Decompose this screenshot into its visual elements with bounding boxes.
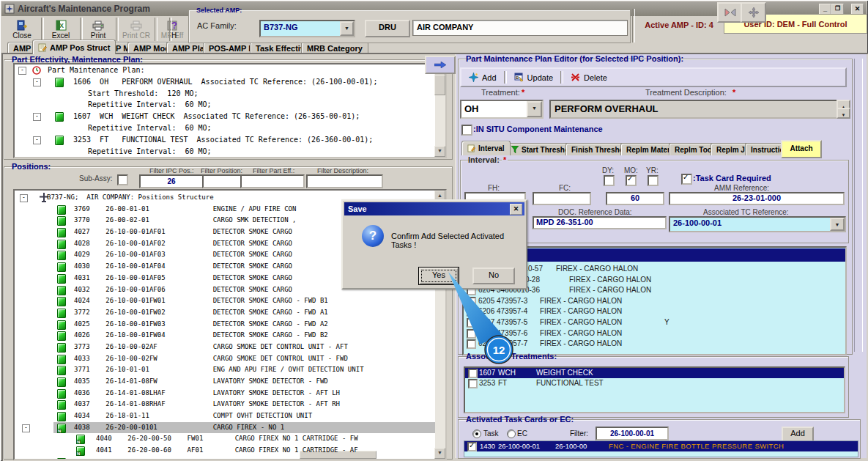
treatments-list[interactable]: 1607WCHWEIGHT CHECK3253FTFUNCTIONAL TEST: [464, 366, 845, 413]
position-row[interactable]: 3773 26-10-00-02AF CARGO SMOKE DET CONTR…: [15, 342, 445, 353]
associated-tc-combobox[interactable]: 26-100-00-01 ▼: [669, 216, 846, 232]
task-list[interactable]: 143026-100-00-0126-100-00FNC - ENGINE FI…: [464, 440, 858, 457]
firex-row[interactable]: 6207473957-5FIREX - CARGO HALONY: [464, 317, 845, 328]
ac-family-combobox[interactable]: B737-NG ▼: [259, 20, 355, 37]
treatment-checkbox[interactable]: [468, 369, 478, 378]
ec-radio[interactable]: [507, 429, 516, 438]
position-row[interactable]: 4035 26-14-01-08FW LAVATORY SMOKE DETECT…: [15, 376, 445, 388]
position-row[interactable]: 4036 26-14-01-08LHAF LAVATORY SMOKE DETE…: [15, 388, 445, 399]
position-row[interactable]: 3772 26-10-00-01FW02 DETECTOR SMOKE CARG…: [15, 307, 445, 319]
print-cr-button[interactable]: Print CR: [119, 18, 153, 42]
ac-family-dropdown-button[interactable]: ▼: [340, 21, 354, 36]
close-window-button[interactable]: ✕: [851, 4, 864, 15]
collapse-panel-button[interactable]: [425, 56, 456, 74]
expander-icon[interactable]: -: [22, 424, 30, 432]
dialog-close-button[interactable]: ✕: [510, 204, 522, 215]
expander-icon[interactable]: -: [33, 78, 41, 86]
dru-button[interactable]: DRU: [365, 20, 410, 37]
position-row[interactable]: 4037 26-14-01-08RHAF LAVATORY SMOKE DETE…: [15, 399, 445, 410]
expander-icon[interactable]: +: [22, 459, 30, 460]
firex-row[interactable]: 6209473957-7FIREX - CARGO HALON: [464, 339, 845, 350]
insitu-checkbox[interactable]: [461, 125, 472, 136]
position-row[interactable]: 4033 26-10-00-02FW CARGO SMOKE DET CONTR…: [15, 353, 445, 365]
update-treatment-button[interactable]: B Update: [507, 73, 560, 82]
restore-button[interactable]: ❐: [831, 4, 844, 15]
task-radio[interactable]: [472, 429, 481, 438]
spinner-down-button[interactable]: ▼: [837, 108, 850, 119]
position-row[interactable]: 4041 26-20-00-60 AF01 CARGO FIREX NO 1 C…: [15, 445, 445, 457]
position-row[interactable]: 4034 26-18-01-11 COMPT OVHT DETECTION UN…: [15, 410, 445, 422]
position-row[interactable]: 4040 26-20-00-50 FW01 CARGO FIREX NO 1 C…: [15, 433, 445, 445]
tree-detail-row[interactable]: Repetitive Interval: 60 MO;: [15, 122, 445, 134]
tab-interval[interactable]: Interval: [461, 141, 511, 155]
amm-reference-field[interactable]: 26-23-01-000: [669, 192, 845, 205]
firex-row[interactable]: 6205473957-3FIREX - CARGO HALON: [464, 296, 845, 307]
tree-row[interactable]: -1607 WCH WEIGHT CHECK Associated TC Ref…: [15, 111, 445, 122]
help-button[interactable]: ? H: [171, 18, 189, 42]
firex-checkbox[interactable]: [467, 329, 476, 339]
position-row[interactable]: 4026 26-10-00-01FW04 DETECTOR SMOKE CARG…: [15, 330, 445, 342]
tree-row[interactable]: -3253 FT FUNCTIONAL TEST Associated TC R…: [15, 134, 445, 146]
firex-checkbox[interactable]: [467, 297, 476, 306]
expander-icon[interactable]: -: [20, 194, 28, 202]
yr-checkbox[interactable]: [648, 175, 659, 186]
dialog-title-bar[interactable]: Save ✕: [344, 202, 524, 215]
task-filter-input[interactable]: [596, 427, 669, 440]
delete-treatment-button[interactable]: Delete: [563, 73, 615, 82]
company-field[interactable]: AIR COMPANY: [412, 20, 628, 36]
tree-row[interactable]: -1606 OH PERFORM OVERHAUL Associated TC …: [15, 76, 445, 88]
filter-description-input[interactable]: [306, 174, 383, 188]
plan-tree[interactable]: -Part Maintenance Plan:-1606 OH PERFORM …: [13, 63, 447, 158]
tree-detail-row[interactable]: Repetitive Interval: 60 MO;: [15, 99, 445, 111]
minimize-button[interactable]: _: [819, 4, 831, 15]
treatment-row[interactable]: 1607WCHWEIGHT CHECK: [465, 368, 844, 378]
move-button[interactable]: [741, 2, 766, 23]
treatment-dropdown-button[interactable]: ▼: [527, 101, 542, 117]
position-row[interactable]: 4025 26-10-00-01FW03 DETECTOR SMOKE CARG…: [15, 319, 445, 331]
filter-ipc-input[interactable]: [139, 174, 204, 188]
print-button[interactable]: Print: [83, 18, 114, 42]
task-card-row[interactable]: 143026-100-00-0126-100-00FNC - ENGINE FI…: [464, 441, 858, 451]
task-card-required-checkbox[interactable]: [681, 174, 692, 185]
expander-icon[interactable]: -: [18, 67, 26, 75]
filter-part-eff-input[interactable]: [240, 174, 305, 188]
tab-amp-pos-struct[interactable]: AMP Pos Struct: [32, 40, 116, 54]
treatment-checkbox[interactable]: [468, 379, 478, 388]
mo-checkbox[interactable]: [626, 175, 637, 186]
fc-field[interactable]: [533, 192, 591, 205]
task-checkbox[interactable]: [467, 442, 477, 451]
firex-checkbox[interactable]: [467, 339, 476, 349]
firex-row[interactable]: 6206473957-4FIREX - CARGO HALON: [464, 306, 845, 317]
position-row[interactable]: +4039 26-20-00-0102 CARGO FIREX - NO 2: [15, 457, 445, 460]
scroll-down-icon[interactable]: ▼: [434, 448, 445, 459]
position-row[interactable]: 4024 26-10-00-01FW01 DETECTOR SMOKE CARG…: [15, 295, 445, 307]
no-button[interactable]: No: [472, 268, 515, 284]
mo-value-field[interactable]: 60: [606, 192, 664, 205]
close-button[interactable]: Close: [6, 18, 38, 42]
treatment-combobox[interactable]: OH ▼: [460, 100, 544, 119]
treatment-desc-field[interactable]: PERFORM OVERHAUL: [549, 100, 838, 119]
position-row[interactable]: -4038 26-20-00-0101 CARGO FIREX - NO 1: [15, 422, 445, 434]
panel-scroll-strip[interactable]: [854, 59, 863, 352]
scroll-thumb[interactable]: [434, 75, 445, 95]
subassy-checkbox[interactable]: [117, 174, 128, 185]
filter-position-input[interactable]: [202, 174, 242, 188]
expander-icon[interactable]: -: [33, 113, 41, 121]
add-treatment-button[interactable]: Add: [461, 73, 504, 82]
tree-detail-row[interactable]: Start Threshold: 120 MO;: [15, 88, 445, 100]
tree-detail-row[interactable]: Repetitive Interval: 60 MO;: [15, 146, 445, 158]
associated-tc-dropdown-button[interactable]: ▼: [830, 218, 845, 231]
excel-button[interactable]: X Excel: [45, 18, 77, 42]
expander-icon[interactable]: -: [33, 136, 41, 144]
yes-button[interactable]: Yes: [419, 268, 459, 284]
tab-attach[interactable]: Attach: [781, 140, 822, 158]
scroll-down-icon[interactable]: ▼: [434, 146, 445, 157]
dy-checkbox[interactable]: [604, 175, 615, 186]
firex-row[interactable]: 6208473957-6FIREX - CARGO HALON: [464, 328, 845, 339]
treatment-row[interactable]: 3253FTFUNCTIONAL TEST: [465, 378, 844, 388]
firex-checkbox[interactable]: [467, 307, 476, 317]
doc-reference-field[interactable]: MPD 26-351-00: [533, 216, 667, 229]
tree-root-row[interactable]: -Part Maintenance Plan:: [15, 64, 445, 76]
firex-checkbox[interactable]: [467, 318, 476, 328]
compare-button[interactable]: [717, 2, 743, 23]
